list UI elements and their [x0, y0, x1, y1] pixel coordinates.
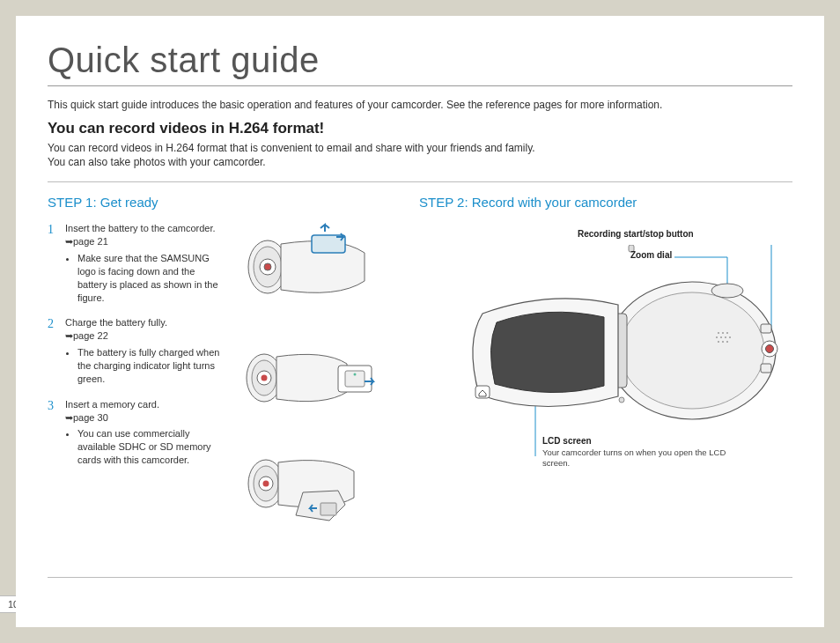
svg-point-22 [716, 336, 718, 338]
svg-rect-32 [761, 364, 771, 373]
step1-figures [232, 195, 391, 561]
step2-heading: STEP 2: Record with your camcorder [419, 195, 792, 210]
svg-point-33 [711, 284, 743, 298]
camcorder-memcard-figure [241, 440, 382, 538]
svg-point-27 [722, 341, 724, 343]
label-record-button: Recording start/stop button [578, 229, 694, 239]
page-content: Quick start guide This quick start guide… [16, 16, 824, 627]
label-zoom-dial: Zoom dial [630, 250, 672, 260]
svg-point-11 [354, 373, 357, 376]
svg-rect-16 [321, 503, 336, 515]
svg-point-36 [619, 397, 624, 403]
subdesc-line1: You can record videos in H.264 format th… [48, 142, 535, 154]
step1-heading: STEP 1: Get ready [48, 195, 224, 210]
svg-point-21 [726, 332, 728, 334]
svg-point-24 [725, 336, 726, 338]
lcd-label-title: LCD screen [542, 436, 592, 446]
svg-point-25 [729, 336, 731, 338]
svg-rect-29 [761, 324, 771, 333]
camcorder-charge-figure [241, 329, 382, 427]
step1-item-1: 1 Insert the battery to the camcorder. ➥… [48, 222, 224, 304]
top-rule [48, 85, 792, 86]
svg-point-31 [766, 345, 774, 353]
steps-container: STEP 1: Get ready 1 Insert the battery t… [48, 181, 792, 578]
step-number: 1 [48, 222, 58, 304]
step-text: Insert the battery to the camcorder. [65, 223, 216, 233]
step-text: Insert a memory card. [65, 399, 159, 410]
svg-point-19 [718, 332, 719, 334]
lcd-label-sub: Your camcorder turns on when you open th… [542, 447, 745, 469]
format-heading: You can record videos in H.264 format! [48, 120, 792, 137]
step1-column: STEP 1: Get ready 1 Insert the battery t… [48, 195, 405, 561]
page-ref: page 22 [73, 330, 108, 341]
label-lcd-screen: LCD screen Your camcorder turns on when … [542, 436, 745, 469]
page-title: Quick start guide [48, 41, 792, 80]
step1-item-2: 2 Charge the battery fully. ➥page 22 The… [48, 316, 224, 385]
step-bullet: The battery is fully charged when the ch… [77, 346, 224, 386]
camcorder-open-figure: Recording start/stop button Zoom dial LC… [428, 245, 789, 456]
svg-point-8 [262, 375, 268, 381]
step-number: 2 [48, 316, 58, 385]
svg-point-20 [722, 332, 724, 334]
step-bullet: Make sure that the SAMSUNG logo is facin… [77, 252, 224, 304]
svg-point-18 [620, 292, 764, 409]
subdesc-line2: You can also take photos with your camco… [48, 156, 266, 168]
camcorder-battery-figure [241, 218, 382, 316]
step-text: Charge the battery fully. [65, 317, 167, 328]
page-ref: page 21 [73, 236, 108, 247]
step2-column: STEP 2: Record with your camcorder Recor… [419, 195, 792, 561]
step-number: 3 [48, 398, 58, 467]
svg-point-28 [726, 341, 728, 343]
svg-point-3 [264, 263, 271, 270]
svg-point-15 [263, 481, 269, 487]
step-bullet: You can use commercially available SDHC … [77, 427, 224, 467]
svg-point-23 [720, 336, 722, 338]
step1-item-3: 3 Insert a memory card. ➥page 30 You can… [48, 398, 224, 467]
format-description: You can record videos in H.264 format th… [48, 141, 792, 169]
svg-point-26 [718, 341, 719, 343]
intro-text: This quick start guide introduces the ba… [48, 99, 792, 111]
page-ref: page 30 [73, 412, 108, 423]
step1-text: STEP 1: Get ready 1 Insert the battery t… [48, 195, 224, 561]
